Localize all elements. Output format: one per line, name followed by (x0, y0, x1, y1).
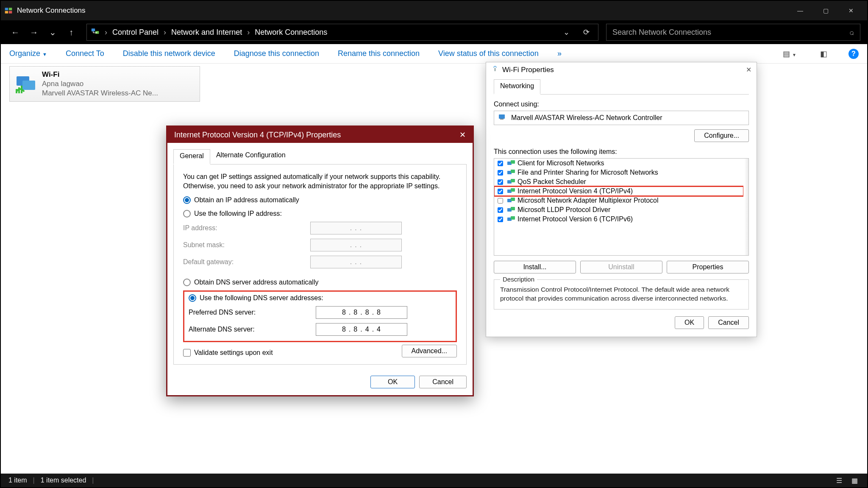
wifi-properties-dialog: Wi-Fi Properties ✕ Networking Connect us… (486, 62, 757, 337)
ipv4-ok-button[interactable]: OK (370, 376, 415, 388)
diagnose-connection[interactable]: Diagnose this connection (234, 49, 319, 58)
ipv4-close[interactable]: ✕ (459, 130, 466, 139)
radio-auto-dns[interactable]: Obtain DNS server address automatically (183, 279, 457, 286)
scrollbar[interactable] (744, 159, 748, 255)
search-box[interactable]: Search Network Connections ⌕ (606, 24, 860, 41)
breadcrumb-leaf[interactable]: Network Connections (255, 28, 327, 37)
adapter-box[interactable]: Marvell AVASTAR Wireless-AC Network Cont… (494, 111, 749, 125)
breadcrumb-icon (91, 28, 100, 37)
adapter-icon (498, 114, 507, 122)
wifi-tabs: Networking (494, 79, 749, 95)
advanced-button[interactable]: Advanced... (402, 345, 457, 357)
status-selected: 1 item selected (41, 477, 86, 484)
tab-alternate[interactable]: Alternate Configuration (210, 149, 292, 164)
items-listbox[interactable]: Client for Microsoft NetworksFile and Pr… (494, 158, 749, 256)
toolbar-overflow[interactable]: » (557, 49, 562, 58)
preferred-dns-field[interactable]: 8 . 8 . 8 . 8 (316, 306, 407, 319)
window-maximize[interactable]: ▢ (813, 1, 838, 20)
breadcrumb-mid[interactable]: Network and Internet (171, 28, 242, 37)
large-icons-view-icon[interactable]: ▦ (850, 477, 860, 485)
organize-menu[interactable]: Organize ▼ (9, 49, 47, 58)
radio-static-ip[interactable]: Use the following IP address: (183, 210, 457, 218)
details-view-icon[interactable]: ☰ (835, 477, 844, 485)
dns-highlight-block: Use the following DNS server addresses: … (183, 290, 457, 342)
nav-bar: ← → ⌄ ↑ › Control Panel › Network and In… (1, 20, 867, 44)
wifi-props-titlebar: Wi-Fi Properties ✕ (486, 62, 757, 77)
svg-rect-8 (16, 89, 17, 93)
svg-rect-5 (95, 31, 99, 34)
svg-rect-19 (511, 179, 515, 182)
protocol-icon (507, 170, 515, 176)
ipv4-cancel-button[interactable]: Cancel (419, 376, 467, 388)
install-button[interactable]: Install... (494, 261, 576, 273)
properties-button[interactable]: Properties (667, 261, 749, 273)
protocol-item[interactable]: Microsoft Network Adapter Multiplexor Pr… (494, 196, 743, 205)
ipv4-tabs: General Alternate Configuration (173, 149, 467, 165)
view-status[interactable]: View status of this connection (438, 49, 539, 58)
alternate-dns-field[interactable]: 8 . 8 . 4 . 4 (316, 323, 407, 336)
protocol-item[interactable]: Client for Microsoft Networks (494, 159, 743, 168)
protocol-item[interactable]: Internet Protocol Version 4 (TCP/IPv4) (494, 187, 743, 196)
tab-networking[interactable]: Networking (494, 79, 540, 95)
connect-to[interactable]: Connect To (66, 49, 104, 58)
radio-auto-dns-label: Obtain DNS server address automatically (194, 279, 318, 286)
protocol-item[interactable]: Microsoft LLDP Protocol Driver (494, 205, 743, 215)
breadcrumb[interactable]: › Control Panel › Network and Internet ›… (86, 24, 598, 41)
refresh-icon[interactable]: ⟳ (579, 28, 594, 37)
window-minimize[interactable]: — (787, 1, 813, 20)
configure-button[interactable]: Configure... (694, 129, 749, 142)
protocol-item[interactable]: File and Printer Sharing for Microsoft N… (494, 168, 743, 177)
radio-icon (189, 294, 196, 302)
wifi-props-close[interactable]: ✕ (746, 66, 751, 74)
wifi-ok-button[interactable]: OK (675, 316, 704, 329)
tile-device: Marvell AVASTAR Wireless-AC Ne... (42, 89, 158, 98)
tab-general[interactable]: General (173, 149, 210, 165)
protocol-checkbox[interactable] (498, 161, 503, 166)
checkbox-icon (183, 349, 191, 357)
gateway-field: ... (310, 256, 402, 268)
protocol-checkbox[interactable] (498, 207, 503, 213)
description-group: Description Transmission Control Protoco… (494, 279, 749, 310)
protocol-label: QoS Packet Scheduler (517, 178, 586, 186)
breadcrumb-root[interactable]: Control Panel (112, 28, 159, 37)
app-icon (4, 6, 13, 15)
svg-rect-3 (9, 11, 12, 14)
radio-icon (183, 279, 191, 286)
connection-tile-wifi[interactable]: Wi-Fi Apna lagwao Marvell AVASTAR Wirele… (9, 66, 200, 102)
svg-rect-27 (511, 216, 515, 220)
radio-auto-ip[interactable]: Obtain an IP address automatically (183, 196, 457, 204)
nav-forward[interactable]: → (26, 25, 42, 40)
preview-pane-icon[interactable]: ◧ (818, 49, 830, 59)
connect-using-label: Connect using: (494, 100, 749, 108)
protocol-item[interactable]: Internet Protocol Version 6 (TCP/IPv6) (494, 215, 743, 224)
protocol-checkbox[interactable] (498, 217, 503, 222)
radio-static-dns-label: Use the following DNS server addresses: (200, 294, 323, 302)
help-icon[interactable]: ? (849, 49, 859, 59)
disable-device[interactable]: Disable this network device (123, 49, 215, 58)
protocol-label: Microsoft Network Adapter Multiplexor Pr… (517, 197, 659, 204)
nav-back[interactable]: ← (8, 25, 23, 40)
radio-static-dns[interactable]: Use the following DNS server addresses: (189, 294, 451, 302)
wifi-props-title: Wi-Fi Properties (502, 66, 554, 74)
ip-address-field: ... (310, 222, 402, 234)
breadcrumb-dropdown[interactable]: ⌄ (559, 28, 574, 37)
svg-rect-17 (511, 170, 515, 173)
search-icon[interactable]: ⌕ (849, 28, 854, 37)
radio-icon (183, 210, 191, 218)
view-layout-icon[interactable]: ▤ ▼ (780, 49, 799, 59)
protocol-checkbox[interactable] (498, 170, 503, 176)
svg-rect-15 (511, 160, 515, 164)
protocol-checkbox[interactable] (498, 189, 503, 194)
window-close[interactable]: ✕ (838, 1, 864, 20)
protocol-icon (507, 216, 515, 222)
protocol-item[interactable]: QoS Packet Scheduler (494, 177, 743, 187)
rename-connection[interactable]: Rename this connection (338, 49, 420, 58)
nav-up[interactable]: ↑ (64, 25, 79, 40)
wifi-cancel-button[interactable]: Cancel (708, 316, 749, 329)
validate-label: Validate settings upon exit (194, 349, 273, 357)
svg-rect-25 (511, 207, 515, 210)
nav-recent[interactable]: ⌄ (45, 25, 60, 40)
protocol-checkbox[interactable] (498, 179, 503, 185)
protocol-checkbox[interactable] (498, 198, 503, 204)
svg-rect-10 (21, 86, 22, 93)
